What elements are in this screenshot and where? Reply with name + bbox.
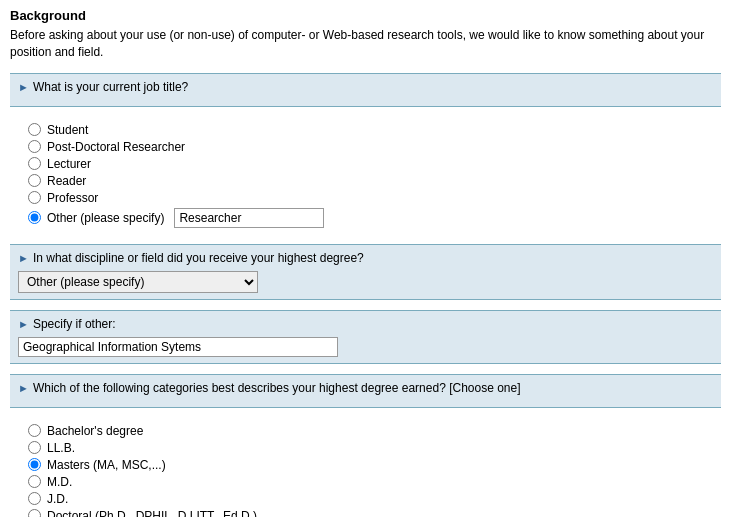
question-1-label: ► What is your current job title? — [18, 80, 713, 94]
question-3-label: ► Specify if other: — [18, 317, 713, 331]
question-4-answers: Bachelor's degree LL.B. Masters (MA, MSC… — [10, 418, 721, 517]
question-1-answers: Student Post-Doctoral Researcher Lecture… — [10, 117, 721, 234]
radio-student[interactable] — [28, 123, 41, 136]
label-lecturer[interactable]: Lecturer — [47, 157, 91, 171]
radio-masters[interactable] — [28, 458, 41, 471]
radio-item-student: Student — [28, 123, 713, 137]
radio-item-postdoc: Post-Doctoral Researcher — [28, 140, 713, 154]
radio-md[interactable] — [28, 475, 41, 488]
label-professor[interactable]: Professor — [47, 191, 98, 205]
radio-item-bachelors: Bachelor's degree — [28, 424, 713, 438]
label-masters[interactable]: Masters (MA, MSC,...) — [47, 458, 166, 472]
radio-item-md: M.D. — [28, 475, 713, 489]
radio-item-llb: LL.B. — [28, 441, 713, 455]
radio-item-lecturer: Lecturer — [28, 157, 713, 171]
label-postdoc[interactable]: Post-Doctoral Researcher — [47, 140, 185, 154]
job-title-radio-group: Student Post-Doctoral Researcher Lecture… — [18, 123, 713, 228]
radio-other-job[interactable] — [28, 211, 41, 224]
question-3-block: ► Specify if other: — [10, 310, 721, 364]
label-bachelors[interactable]: Bachelor's degree — [47, 424, 143, 438]
radio-item-professor: Professor — [28, 191, 713, 205]
specify-other-input[interactable] — [18, 337, 338, 357]
radio-item-other: Other (please specify) — [28, 208, 713, 228]
question-2-label: ► In what discipline or field did you re… — [18, 251, 713, 265]
radio-item-jd: J.D. — [28, 492, 713, 506]
label-llb[interactable]: LL.B. — [47, 441, 75, 455]
label-student[interactable]: Student — [47, 123, 88, 137]
radio-doctoral[interactable] — [28, 509, 41, 517]
arrow-icon-2: ► — [18, 252, 29, 264]
radio-item-reader: Reader — [28, 174, 713, 188]
label-reader[interactable]: Reader — [47, 174, 86, 188]
label-doctoral[interactable]: Doctoral (Ph.D., DPHIL, D.LITT., Ed.D.) — [47, 509, 257, 517]
radio-llb[interactable] — [28, 441, 41, 454]
degree-radio-group: Bachelor's degree LL.B. Masters (MA, MSC… — [18, 424, 713, 517]
question-1-block: ► What is your current job title? — [10, 73, 721, 107]
radio-professor[interactable] — [28, 191, 41, 204]
arrow-icon-1: ► — [18, 81, 29, 93]
label-md[interactable]: M.D. — [47, 475, 72, 489]
arrow-icon-3: ► — [18, 318, 29, 330]
radio-postdoc[interactable] — [28, 140, 41, 153]
intro-text: Before asking about your use (or non-use… — [10, 27, 721, 61]
question-2-block: ► In what discipline or field did you re… — [10, 244, 721, 300]
radio-item-masters: Masters (MA, MSC,...) — [28, 458, 713, 472]
radio-jd[interactable] — [28, 492, 41, 505]
discipline-dropdown[interactable]: Other (please specify) Arts & Humanities… — [18, 271, 258, 293]
arrow-icon-4: ► — [18, 382, 29, 394]
page-wrapper: Background Before asking about your use … — [0, 0, 731, 517]
label-other-job[interactable]: Other (please specify) — [47, 211, 164, 225]
label-jd[interactable]: J.D. — [47, 492, 68, 506]
radio-item-doctoral: Doctoral (Ph.D., DPHIL, D.LITT., Ed.D.) — [28, 509, 713, 517]
other-job-input[interactable] — [174, 208, 324, 228]
question-4-block: ► Which of the following categories best… — [10, 374, 721, 408]
radio-reader[interactable] — [28, 174, 41, 187]
section-title: Background — [10, 8, 721, 23]
radio-lecturer[interactable] — [28, 157, 41, 170]
radio-bachelors[interactable] — [28, 424, 41, 437]
question-4-label: ► Which of the following categories best… — [18, 381, 713, 395]
discipline-dropdown-wrapper: Other (please specify) Arts & Humanities… — [18, 271, 713, 293]
